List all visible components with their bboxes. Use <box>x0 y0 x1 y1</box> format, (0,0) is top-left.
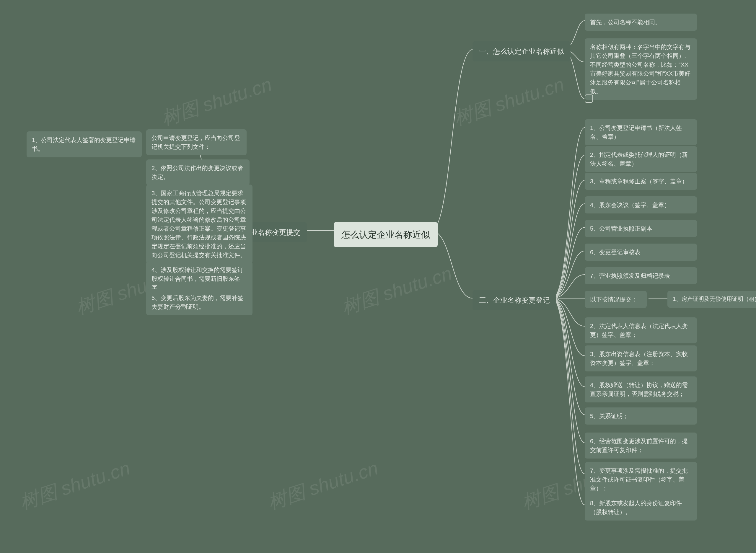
watermark: 树图 shutu.cn <box>264 455 382 515</box>
branch-3-item-6[interactable]: 7、营业执照颁发及归档记录表 <box>585 267 697 284</box>
branch-3-item-3[interactable]: 4、股东会决议（签字、盖章） <box>585 196 697 214</box>
branch-3-item-1[interactable]: 2、指定代表或委托代理人的证明（新法人签名、盖章） <box>585 146 697 172</box>
branch-3-subitem[interactable]: 1、房产证明及无偿使用证明（租赁协议）； <box>667 291 756 308</box>
watermark: 树图 shutu.cn <box>451 71 568 131</box>
branch-3-item-12[interactable]: 6、经营范围变更涉及前置许可的，提交前置许可复印件； <box>585 432 697 459</box>
branch-3-item-5[interactable]: 6、变更登记审核表 <box>585 244 697 261</box>
branch-3-item-2[interactable]: 3、章程或章程修正案（签字、盖章） <box>585 173 697 190</box>
branch-3-item-4[interactable]: 5、公司营业执照正副本 <box>585 220 697 237</box>
branch-3-item-8[interactable]: 2、法定代表人信息表（法定代表人变更）签字、盖章； <box>585 317 697 343</box>
collapse-toggle[interactable] <box>585 94 593 103</box>
branch-2-item-0[interactable]: 2、依照公司法作出的变更决议或者决定。 <box>146 159 249 185</box>
branch-2-intro-child[interactable]: 1、公司法定代表人签署的变更登记申请书。 <box>26 131 142 157</box>
branch-2-intro[interactable]: 公司申请变更登记，应当向公司登记机关提交下列文件： <box>146 129 246 155</box>
watermark: 树图 shutu.cn <box>158 71 275 131</box>
watermark: 树图 shutu.cn <box>338 260 455 320</box>
watermark: 树图 shutu.cn <box>16 455 134 515</box>
branch-3-item-0[interactable]: 1、公司变更登记申请书（新法人签名、盖章） <box>585 119 697 145</box>
branch-3-item-11[interactable]: 5、关系证明； <box>585 407 697 424</box>
branch-1-title[interactable]: 一、怎么认定企业名称近似 <box>472 41 571 61</box>
branch-1-item-0[interactable]: 首先，公司名称不能相同。 <box>585 14 697 31</box>
branch-3-item-14[interactable]: 8、新股东或发起人的身份证复印件（股权转让）。 <box>585 494 697 521</box>
branch-2-item-3[interactable]: 5、变更后股东为夫妻的，需要补签夫妻财产分割证明。 <box>146 289 252 315</box>
branch-1-item-1[interactable]: 名称相似有两种：名字当中的文字有与其它公司重叠（三个字有两个相同）、不同经营类型… <box>585 38 697 100</box>
mindmap-root[interactable]: 怎么认定企业名称近似 <box>334 222 438 247</box>
branch-3-item-7[interactable]: 以下按情况提交： <box>585 291 647 308</box>
branch-3-item-9[interactable]: 3、股东出资信息表（注册资本、实收资本变更）签字、盖章； <box>585 345 697 372</box>
branch-2-item-1[interactable]: 3、国家工商行政管理总局规定要求提交的其他文件。公司变更登记事项涉及修改公司章程… <box>146 184 252 264</box>
branch-3-item-13[interactable]: 7、变更事项涉及需报批准的，提交批准文件或许可证书复印件（签字、盖章）； <box>585 462 697 497</box>
branch-3-item-10[interactable]: 4、股权赠送（转让）协议，赠送的需直系亲属证明，否则需到税务交税； <box>585 377 697 402</box>
branch-3-title[interactable]: 三、企业名称变更登记 <box>472 290 556 310</box>
